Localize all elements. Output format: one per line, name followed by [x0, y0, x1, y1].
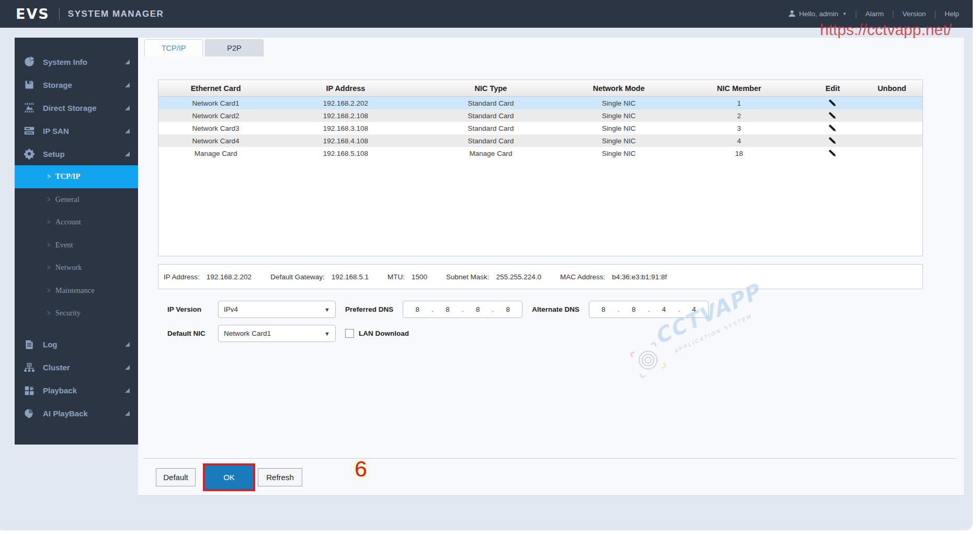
dns-octet: 8	[476, 305, 480, 313]
top-separator: |	[892, 10, 894, 18]
sidebar-item-ai-playback[interactable]: AI PlayBack	[15, 402, 138, 425]
alternate-dns-input[interactable]: 8. 8. 4. 4	[589, 301, 709, 318]
cell-type: Standard Card	[418, 97, 564, 110]
expand-triangle-icon	[125, 411, 130, 416]
edit-pencil-icon[interactable]	[828, 123, 837, 133]
edit-pencil-icon[interactable]	[828, 111, 837, 121]
default-nic-select[interactable]: Network Card1 ▼	[218, 325, 336, 342]
content-panel: TCP/IP P2P Ethernet Card IP Address NIC …	[138, 38, 964, 496]
cell-unbond	[861, 109, 922, 122]
table-row[interactable]: Network Card2 192.168.2.108 Standard Car…	[158, 109, 922, 122]
sidebar-item-ip-san[interactable]: IP SAN	[15, 119, 138, 142]
footer-divider	[143, 458, 956, 459]
detail-value: 1500	[412, 273, 427, 281]
ok-button[interactable]: OK	[223, 473, 235, 482]
edit-pencil-icon[interactable]	[828, 98, 837, 108]
dropdown-caret-icon: ▼	[324, 306, 330, 313]
refresh-button[interactable]: Refresh	[258, 468, 302, 486]
cell-unbond	[861, 122, 922, 134]
detail-label: MAC Address:	[560, 273, 605, 281]
table-header-row: Ethernet Card IP Address NIC Type Networ…	[158, 80, 922, 97]
preferred-dns-input[interactable]: 8. 8. 8. 8	[403, 301, 522, 318]
sidebar-item-network[interactable]: > Network	[15, 256, 138, 279]
form-row-1: IP Version IPv4 ▼ Preferred DNS 8. 8. 8.…	[158, 301, 709, 318]
tab-tcpip[interactable]: TCP/IP	[144, 39, 203, 56]
submenu-label: Network	[55, 263, 82, 272]
tab-p2p[interactable]: P2P	[205, 39, 264, 56]
top-bar-right: Hello, admin ▼ | Alarm | Version | Help	[788, 9, 959, 19]
expand-triangle-icon	[125, 152, 130, 156]
sidebar-item-maintenance[interactable]: > Maintenance	[15, 279, 138, 302]
cell-ip: 192.168.3.108	[273, 122, 418, 134]
sidebar-item-event[interactable]: > Event	[15, 234, 138, 257]
edit-pencil-icon[interactable]	[828, 149, 837, 158]
submenu-label: General	[55, 195, 79, 204]
sidebar-item-playback[interactable]: Playback	[15, 379, 138, 402]
top-separator: |	[935, 10, 937, 18]
top-separator: |	[855, 10, 857, 18]
cell-unbond	[861, 147, 922, 160]
ip-version-select[interactable]: IPv4 ▼	[218, 301, 336, 318]
cell-card: Network Card4	[158, 134, 273, 147]
lan-download-checkbox[interactable]	[345, 329, 354, 338]
sidebar-item-general[interactable]: > General	[15, 188, 138, 211]
chevron-down-icon: ▼	[842, 12, 847, 16]
cell-unbond	[861, 134, 922, 147]
help-link[interactable]: Help	[944, 10, 959, 18]
cell-mode: Single NIC	[563, 109, 674, 122]
submenu-label: TCP/IP	[55, 172, 81, 181]
sidebar-item-log[interactable]: Log	[15, 333, 138, 356]
detail-value: 255.255.224.0	[496, 273, 541, 281]
cell-member: 4	[674, 134, 804, 147]
url-watermark: https://cctvapp.net/	[820, 21, 952, 39]
alarm-link[interactable]: Alarm	[865, 10, 884, 18]
sidebar-item-label: Setup	[43, 150, 65, 158]
cell-type: Standard Card	[418, 122, 564, 134]
detail-label: MTU:	[388, 273, 405, 281]
lan-download-label: LAN Download	[359, 330, 409, 337]
default-button[interactable]: Default	[156, 468, 196, 486]
screenshot-root: EVS SYSTEM MANAGER Hello, admin ▼ | Alar…	[0, 0, 980, 534]
sidebar-item-system-info[interactable]: System Info	[15, 50, 138, 73]
alternate-dns-label: Alternate DNS	[532, 305, 579, 313]
gear-icon	[23, 147, 36, 160]
sidebar-item-storage[interactable]: Storage	[15, 73, 138, 96]
table-row[interactable]: Manage Card 192.168.5.108 Manage Card Si…	[158, 147, 922, 160]
user-menu[interactable]: Hello, admin ▼	[788, 9, 847, 19]
table-row[interactable]: Network Card1 192.168.2.202 Standard Car…	[158, 97, 922, 110]
cell-unbond	[861, 97, 922, 110]
sidebar-item-direct-storage[interactable]: Direct Storage	[15, 96, 138, 119]
sidebar-item-tcpip[interactable]: > TCP/IP	[15, 165, 138, 188]
dns-octet: 8	[506, 305, 510, 313]
detail-value: b4:36:e3:b1:91:8f	[612, 273, 667, 281]
detail-label: IP Address:	[164, 273, 200, 281]
sidebar-item-account[interactable]: > Account	[15, 211, 138, 234]
sidebar-item-label: Log	[43, 340, 58, 349]
edit-pencil-icon[interactable]	[828, 136, 837, 146]
cell-member: 3	[674, 122, 804, 134]
sidebar-item-label: System Info	[43, 58, 87, 66]
pie-chart-icon	[23, 55, 36, 68]
expand-triangle-icon	[125, 129, 130, 133]
dns-octet: 8	[446, 305, 450, 313]
cell-member: 2	[674, 109, 804, 122]
table-row[interactable]: Network Card4 192.168.4.108 Standard Car…	[158, 134, 922, 147]
dns-octet: 4	[662, 305, 666, 313]
cell-member: 18	[674, 147, 804, 160]
sidebar-item-setup[interactable]: Setup	[15, 142, 138, 165]
cell-ip: 192.168.5.108	[273, 147, 418, 160]
sidebar-item-security[interactable]: > Security	[15, 302, 138, 325]
sidebar-item-cluster[interactable]: Cluster	[15, 356, 138, 379]
expand-triangle-icon	[125, 106, 130, 110]
cell-card: Network Card2	[158, 109, 273, 122]
setup-submenu: > TCP/IP > General > Account > Event > N…	[15, 165, 138, 325]
chevron-right-icon: >	[47, 263, 51, 272]
cell-mode: Single NIC	[563, 134, 674, 147]
sidebar-item-label: Cluster	[43, 363, 70, 372]
table-row[interactable]: Network Card3 192.168.3.108 Standard Car…	[158, 122, 922, 134]
version-link[interactable]: Version	[903, 10, 926, 18]
nic-table-container: Ethernet Card IP Address NIC Type Networ…	[158, 79, 923, 256]
cell-card: Network Card1	[158, 97, 273, 110]
app-frame: EVS SYSTEM MANAGER Hello, admin ▼ | Alar…	[0, 0, 973, 530]
ip-version-value: IPv4	[224, 305, 238, 313]
